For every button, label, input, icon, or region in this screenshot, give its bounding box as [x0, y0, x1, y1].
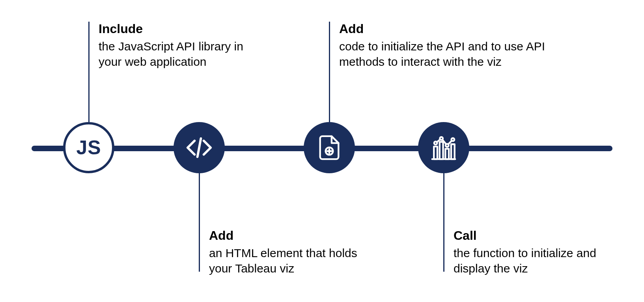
step-body: an HTML element that holds your Tableau …: [209, 245, 375, 276]
svg-rect-6: [440, 142, 443, 159]
step-body: code to initialize the API and to use AP…: [339, 39, 560, 69]
svg-rect-8: [451, 144, 455, 159]
connector-line-2: [199, 173, 200, 272]
step-body: the function to initialize and display t…: [454, 245, 619, 276]
file-add-icon: [315, 134, 343, 161]
connector-line-3: [329, 22, 330, 122]
connector-line-1: [88, 22, 90, 122]
step-title: Add: [209, 228, 375, 243]
step-node-add-element: [174, 122, 225, 173]
step-label-include: Include the JavaScript API library in yo…: [99, 22, 264, 69]
svg-point-11: [446, 144, 449, 147]
svg-line-0: [198, 139, 201, 157]
code-brackets-icon: [185, 134, 213, 161]
step-title: Add: [339, 22, 560, 36]
svg-point-10: [440, 137, 443, 140]
step-title: Include: [99, 22, 264, 36]
step-title: Call: [454, 228, 619, 243]
step-body: the JavaScript API library in your web a…: [99, 39, 264, 69]
connector-line-4: [443, 173, 444, 272]
step-label-add-code: Add code to initialize the API and to us…: [339, 22, 560, 69]
step-node-call: [418, 122, 469, 173]
step-node-add-code: [304, 122, 355, 173]
svg-point-12: [452, 138, 455, 141]
step-label-add-element: Add an HTML element that holds your Tabl…: [209, 228, 375, 276]
bar-chart-icon: [430, 134, 457, 161]
js-icon: JS: [76, 136, 101, 159]
svg-point-9: [434, 142, 437, 145]
svg-rect-7: [445, 149, 449, 159]
svg-rect-5: [434, 146, 437, 159]
step-node-include: JS: [63, 122, 114, 173]
step-label-call: Call the function to initialize and disp…: [454, 228, 619, 276]
